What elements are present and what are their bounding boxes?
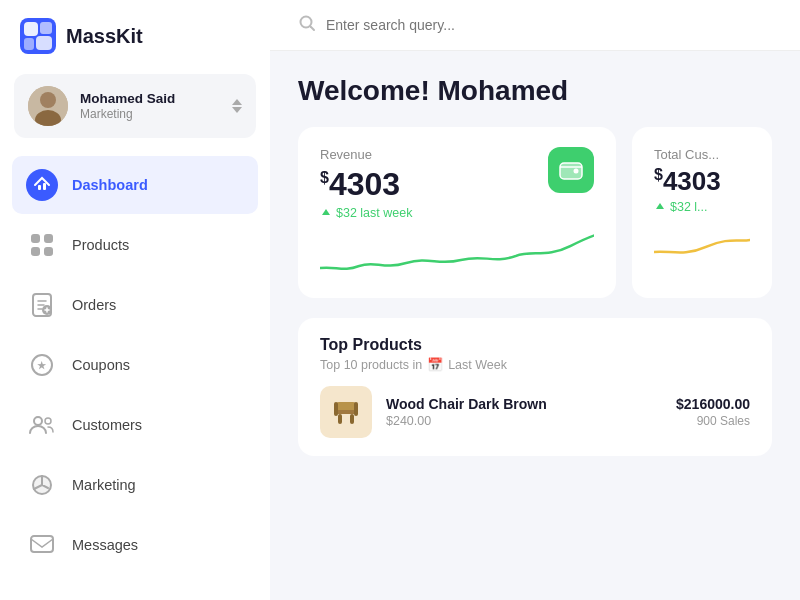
- revenue-label: Revenue: [320, 147, 412, 162]
- svg-text:★: ★: [37, 360, 47, 371]
- sidebar-label-coupons: Coupons: [72, 357, 130, 373]
- svg-rect-31: [336, 410, 356, 414]
- product-row[interactable]: Wood Chair Dark Brown $240.00 $216000.00…: [320, 386, 750, 438]
- revenue-currency: $: [320, 169, 329, 186]
- avatar: [28, 86, 68, 126]
- svg-rect-24: [560, 163, 582, 179]
- svg-point-26: [574, 169, 579, 174]
- sidebar-item-products[interactable]: Products: [12, 216, 258, 274]
- chair-icon: [328, 394, 364, 430]
- revenue-card-header: Revenue $4303 $32 last week: [320, 147, 594, 220]
- svg-marker-23: [322, 209, 330, 215]
- sidebar-label-marketing: Marketing: [72, 477, 136, 493]
- svg-rect-29: [338, 414, 342, 424]
- product-name: Wood Chair Dark Brown: [386, 396, 662, 412]
- wallet-icon: [558, 157, 584, 183]
- topbar: [270, 0, 800, 51]
- svg-rect-30: [350, 414, 354, 424]
- svg-point-19: [45, 418, 51, 424]
- revenue-value: $4303: [320, 166, 412, 203]
- sort-up-icon: [232, 99, 242, 105]
- sidebar-item-orders[interactable]: Orders: [12, 276, 258, 334]
- sidebar-item-marketing[interactable]: Marketing: [12, 456, 258, 514]
- revenue-change: $32 last week: [320, 206, 412, 220]
- product-price: $240.00: [386, 414, 662, 428]
- user-info: Mohamed Said Marketing: [80, 91, 220, 121]
- sidebar-item-messages[interactable]: Messages: [12, 516, 258, 574]
- svg-rect-4: [36, 36, 52, 50]
- svg-rect-33: [354, 402, 358, 416]
- logo-area: MassKit: [0, 0, 270, 68]
- product-stats: $216000.00 900 Sales: [676, 396, 750, 428]
- customers-currency: $: [654, 166, 663, 183]
- trend-up-icon: [320, 207, 332, 219]
- revenue-chart: [320, 228, 594, 288]
- revenue-icon-box: [548, 147, 594, 193]
- svg-rect-9: [43, 183, 46, 190]
- calendar-icon: 📅: [427, 357, 443, 372]
- svg-rect-3: [24, 38, 34, 50]
- product-sales: 900 Sales: [676, 414, 750, 428]
- customers-icon: [26, 409, 58, 441]
- svg-rect-10: [31, 234, 40, 243]
- stats-row: Revenue $4303 $32 last week: [298, 127, 772, 298]
- customers-card-change: $32 l...: [654, 200, 750, 214]
- svg-rect-8: [38, 185, 41, 190]
- svg-rect-21: [31, 536, 53, 552]
- sidebar-item-dashboard[interactable]: Dashboard: [12, 156, 258, 214]
- sidebar-item-coupons[interactable]: ★ Coupons: [12, 336, 258, 394]
- top-products-subtitle: Top 10 products in 📅 Last Week: [320, 357, 750, 372]
- svg-rect-1: [24, 22, 38, 36]
- total-customers-card: Total Cus... $4303 $32 l...: [632, 127, 772, 298]
- main-content: Welcome! Mohamed Revenue $4303: [270, 0, 800, 600]
- welcome-title: Welcome! Mohamed: [298, 75, 772, 107]
- search-icon: [298, 14, 316, 36]
- svg-rect-13: [44, 247, 53, 256]
- coupons-icon: ★: [26, 349, 58, 381]
- customers-trend-icon: [654, 201, 666, 213]
- user-name: Mohamed Said: [80, 91, 220, 106]
- svg-marker-27: [656, 203, 664, 209]
- sidebar-label-orders: Orders: [72, 297, 116, 313]
- svg-rect-2: [40, 22, 52, 34]
- sidebar-label-messages: Messages: [72, 537, 138, 553]
- marketing-icon: [26, 469, 58, 501]
- content-area: Welcome! Mohamed Revenue $4303: [270, 51, 800, 600]
- svg-point-6: [40, 92, 56, 108]
- sidebar-label-customers: Customers: [72, 417, 142, 433]
- svg-rect-32: [334, 402, 338, 416]
- products-icon: [26, 229, 58, 261]
- product-info: Wood Chair Dark Brown $240.00: [386, 396, 662, 428]
- sidebar-item-customers[interactable]: Customers: [12, 396, 258, 454]
- product-revenue: $216000.00: [676, 396, 750, 412]
- sidebar-label-products: Products: [72, 237, 129, 253]
- svg-rect-11: [44, 234, 53, 243]
- revenue-card: Revenue $4303 $32 last week: [298, 127, 616, 298]
- sidebar-label-dashboard: Dashboard: [72, 177, 148, 193]
- messages-icon: [26, 529, 58, 561]
- sort-down-icon: [232, 107, 242, 113]
- svg-rect-12: [31, 247, 40, 256]
- top-products-title: Top Products: [320, 336, 750, 354]
- nav-list: Dashboard Products: [0, 152, 270, 600]
- product-thumbnail: [320, 386, 372, 438]
- user-card[interactable]: Mohamed Said Marketing: [14, 74, 256, 138]
- orders-icon: [26, 289, 58, 321]
- customers-card-value: $4303: [654, 166, 750, 197]
- sidebar: MassKit Mohamed Said Marketing: [0, 0, 270, 600]
- masskit-logo-icon: [20, 18, 56, 54]
- svg-point-18: [34, 417, 42, 425]
- logo-text: MassKit: [66, 25, 143, 48]
- sort-icon[interactable]: [232, 99, 242, 113]
- customers-chart: [654, 222, 750, 272]
- search-input[interactable]: [326, 17, 772, 33]
- dashboard-icon: [26, 169, 58, 201]
- top-products-card: Top Products Top 10 products in 📅 Last W…: [298, 318, 772, 456]
- user-role: Marketing: [80, 107, 220, 121]
- customers-card-label: Total Cus...: [654, 147, 750, 162]
